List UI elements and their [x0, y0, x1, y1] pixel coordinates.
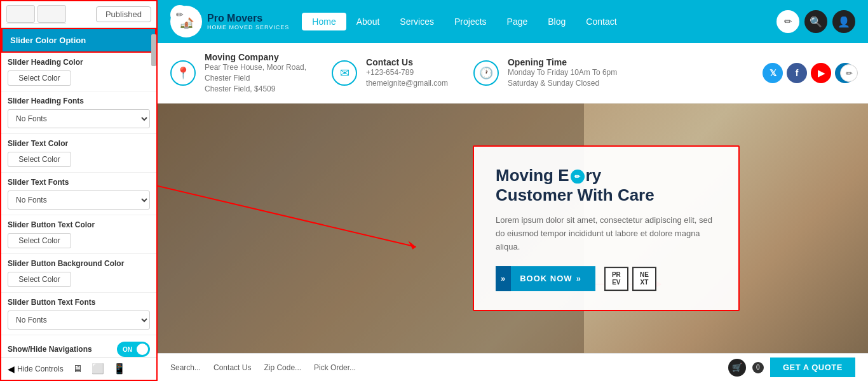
- info-bar-edit-btn[interactable]: ✏: [840, 64, 858, 82]
- bottom-controls: ◀ Hide Controls 🖥 ⬜ 📱: [1, 357, 156, 380]
- hero-body-text: Lorem ipsum dolor sit amet, consectetur …: [496, 214, 717, 253]
- logo-text: Pro Movers HOME MOVED SERVICES: [207, 13, 289, 30]
- slider-button-text-color-label: Slider Button Text Color: [8, 220, 150, 229]
- logo-name: Pro Movers: [207, 13, 289, 24]
- slider-button-bg-color-label: Slider Button Background Color: [8, 259, 150, 268]
- slider-text-color-btn[interactable]: Select Color: [8, 152, 71, 167]
- moving-company-address: Pear Tree House, Moor Road,Chester Field…: [205, 62, 306, 94]
- footer-zip[interactable]: Zip Code...: [264, 363, 301, 372]
- book-btn-label: BOOK NOW: [520, 274, 572, 284]
- prev-next-controls: PREV NEXT: [604, 267, 656, 291]
- hide-controls-btn[interactable]: ◀ Hide Controls: [8, 364, 64, 374]
- nav-pencil-icon-top[interactable]: ✏: [170, 5, 189, 24]
- slider-button-text-fonts-select[interactable]: No Fonts Arial Georgia: [8, 311, 150, 330]
- hero-heading: Moving E✏ry Customer With Care: [496, 166, 717, 205]
- toggle-circle: [137, 344, 148, 355]
- nav-links: Home About Services Projects Page Blog C…: [302, 3, 776, 41]
- pencil-in-heading-icon: ✏: [571, 170, 585, 184]
- hero-bg: Moving E✏ry Customer With Care Lorem ips…: [158, 104, 868, 353]
- tablet-device-icon[interactable]: ⬜: [92, 363, 104, 375]
- facebook-icon[interactable]: f: [787, 63, 807, 83]
- get-quote-button[interactable]: GET A QUOTE: [770, 358, 855, 377]
- book-now-button[interactable]: » BOOK NOW »: [496, 267, 595, 291]
- footer-cart-icon[interactable]: 🛒: [728, 359, 746, 377]
- top-bar: Published: [1, 1, 156, 28]
- slider-text-fonts-label: Slider Text Fonts: [8, 178, 150, 187]
- slider-heading-fonts-label: Slider Heading Fonts: [8, 97, 150, 105]
- hide-controls-label: Hide Controls: [17, 364, 64, 373]
- nav-icons: ✏ 🔍 👤: [776, 10, 855, 33]
- footer-bar: Search... Contact Us Zip Code... Pick Or…: [158, 353, 868, 381]
- site-nav: ✏ 🏠 Pro Movers HOME MOVED SERVICES Home …: [158, 0, 868, 43]
- nav-link-about[interactable]: About: [346, 3, 390, 41]
- prev-button[interactable]: PREV: [604, 267, 628, 291]
- show-hide-navigations-label: Show/Hide Navigations: [8, 345, 92, 354]
- twitter-icon[interactable]: 𝕏: [763, 63, 783, 83]
- contact-us-title: Contact Us: [366, 57, 448, 67]
- slider-heading-color-btn[interactable]: Select Color: [8, 70, 71, 86]
- show-hide-navigations-toggle[interactable]: ON: [117, 342, 150, 357]
- mail-icon: ✉: [332, 60, 357, 86]
- slider-heading-fonts-section: Slider Heading Fonts No Fonts Arial Geor…: [1, 91, 156, 134]
- hero-section: Moving E✏ry Customer With Care Lorem ips…: [158, 104, 868, 353]
- toggle-on-text: ON: [123, 346, 132, 353]
- nav-user-icon[interactable]: 👤: [832, 10, 855, 33]
- slider-button-bg-color-section: Slider Button Background Color Select Co…: [1, 254, 156, 293]
- book-btn-arrows: »: [576, 274, 581, 284]
- nav-link-contact[interactable]: Contact: [576, 3, 627, 41]
- footer-contact[interactable]: Contact Us: [214, 363, 251, 372]
- left-panel: Published Slider Color Option Slider Hea…: [0, 0, 158, 381]
- nav-link-services[interactable]: Services: [390, 3, 444, 41]
- nav-link-home[interactable]: Home: [302, 13, 346, 30]
- nav-pencil-icon[interactable]: ✏: [776, 10, 799, 33]
- contact-us-details: +123-654-789themeignite@gmail.com: [366, 67, 448, 89]
- right-content: ✏ 🏠 Pro Movers HOME MOVED SERVICES Home …: [158, 0, 868, 381]
- nav-link-projects[interactable]: Projects: [444, 3, 497, 41]
- footer-pick-order[interactable]: Pick Order...: [314, 363, 356, 372]
- nav-search-icon[interactable]: 🔍: [804, 10, 827, 33]
- opening-time-details: Monday To Friday 10Am To 6pmSaturday & S…: [508, 67, 617, 89]
- hero-heading-line2: Customer With Care: [496, 185, 654, 204]
- info-moving-company: 📍 Moving Company Pear Tree House, Moor R…: [170, 52, 306, 94]
- cart-count-badge: 0: [752, 362, 764, 373]
- logo-sub: HOME MOVED SERVICES: [207, 24, 289, 30]
- prev-item-1: [6, 5, 35, 23]
- prev-item-2: [37, 5, 66, 23]
- slider-heading-fonts-select[interactable]: No Fonts Arial Georgia Verdana: [8, 109, 150, 128]
- nav-link-blog[interactable]: Blog: [538, 3, 576, 41]
- opening-time-title: Opening Time: [508, 57, 617, 67]
- info-opening-time: 🕐 Opening Time Monday To Friday 10Am To …: [473, 57, 617, 89]
- next-button[interactable]: NEXT: [632, 267, 656, 291]
- slider-button-text-fonts-section: Slider Button Text Fonts No Fonts Arial …: [1, 293, 156, 335]
- youtube-icon[interactable]: ▶: [811, 63, 831, 83]
- chevron-left-icon: ◀: [8, 364, 15, 374]
- footer-right: 🛒 0 GET A QUOTE: [728, 358, 855, 377]
- slider-heading-color-label: Slider Heading Color: [8, 58, 150, 67]
- info-contact-us: ✉ Contact Us +123-654-789themeignite@gma…: [332, 57, 448, 89]
- slider-heading-color-section: Slider Heading Color Select Color: [1, 53, 156, 91]
- hero-card: Moving E✏ry Customer With Care Lorem ips…: [473, 145, 740, 312]
- book-btn-dark-side: »: [496, 267, 511, 291]
- footer-search[interactable]: Search...: [170, 363, 201, 372]
- slider-button-text-color-btn[interactable]: Select Color: [8, 233, 71, 248]
- nav-link-page[interactable]: Page: [497, 3, 538, 41]
- location-icon: 📍: [170, 60, 196, 86]
- mobile-device-icon[interactable]: 📱: [113, 363, 126, 375]
- slider-text-color-section: Slider Text Color Select Color: [1, 134, 156, 173]
- clock-icon: 🕐: [473, 60, 499, 86]
- slider-button-bg-color-btn[interactable]: Select Color: [8, 272, 71, 287]
- published-button[interactable]: Published: [96, 6, 151, 22]
- slider-text-fonts-select[interactable]: No Fonts Arial Georgia: [8, 190, 150, 210]
- hero-buttons: » BOOK NOW » PREV NEXT: [496, 267, 717, 291]
- desktop-device-icon[interactable]: 🖥: [72, 363, 83, 375]
- slider-text-fonts-section: Slider Text Fonts No Fonts Arial Georgia: [1, 173, 156, 215]
- slider-text-color-label: Slider Text Color: [8, 139, 150, 148]
- slider-button-text-fonts-label: Slider Button Text Fonts: [8, 298, 150, 307]
- slider-color-option-header: Slider Color Option: [1, 28, 156, 53]
- moving-company-title: Moving Company: [205, 52, 306, 62]
- info-bar: 📍 Moving Company Pear Tree House, Moor R…: [158, 43, 868, 104]
- slider-button-text-color-section: Slider Button Text Color Select Color: [1, 215, 156, 254]
